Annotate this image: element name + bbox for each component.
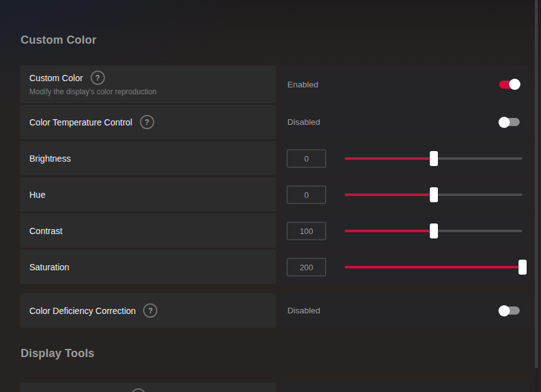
color-temperature-label: Color Temperature Control [29, 117, 132, 127]
color-temperature-state: Disabled [287, 117, 320, 127]
row-saturation-label-cell: Saturation [20, 250, 276, 284]
contrast-input[interactable] [287, 222, 326, 240]
row-contrast-control-cell [279, 213, 529, 248]
slider-thumb[interactable] [519, 260, 527, 275]
slider-thumb[interactable] [430, 187, 438, 202]
saturation-label: Saturation [29, 262, 69, 272]
toggle-knob [499, 117, 510, 128]
section-title-display-tools: Display Tools [21, 347, 94, 360]
hue-slider[interactable] [345, 194, 522, 196]
custom-color-label: Custom Color [29, 73, 83, 83]
scrollbar-thumb[interactable] [535, 0, 538, 368]
color-temperature-toggle[interactable] [499, 118, 520, 126]
color-deficiency-state: Disabled [287, 306, 320, 315]
row-color-deficiency-control-cell: Disabled [279, 293, 529, 328]
help-icon[interactable]: ? [131, 388, 146, 392]
brightness-input[interactable] [287, 149, 326, 167]
row-contrast-label-cell: Contrast [20, 213, 276, 248]
row-brightness-label-cell: Brightness [20, 141, 276, 175]
row-hue-control-cell [279, 177, 529, 212]
scrollbar-track[interactable] [535, 0, 538, 392]
slider-fill [345, 266, 522, 268]
custom-color-subtitle: Modify the display's color reproduction [20, 87, 157, 96]
row-brightness-control-cell [279, 141, 529, 175]
slider-fill [345, 157, 434, 160]
row-virtual-super-resolution-label-cell: Virtual Super Resolution ? [20, 383, 276, 392]
help-icon[interactable]: ? [91, 71, 105, 85]
brightness-slider[interactable] [345, 157, 522, 160]
row-custom-color-label-cell: Custom Color ? Modify the display's colo… [20, 66, 276, 103]
slider-thumb[interactable] [430, 223, 438, 238]
row-custom-color-control-cell: Enabled [279, 66, 529, 103]
toggle-knob [509, 79, 520, 90]
slider-thumb[interactable] [430, 151, 438, 166]
toggle-knob [499, 305, 510, 316]
color-deficiency-label: Color Deficiency Correction [29, 306, 136, 316]
section-title-custom-color: Custom Color [21, 34, 96, 47]
hue-label: Hue [29, 190, 46, 200]
contrast-slider[interactable] [345, 230, 522, 232]
custom-color-toggle[interactable] [499, 81, 520, 89]
contrast-label: Contrast [29, 226, 62, 236]
display-settings-page: Custom Color Custom Color ? Modify the d… [0, 0, 541, 392]
row-color-deficiency-label-cell: Color Deficiency Correction ? [20, 293, 276, 328]
row-hue-label-cell: Hue [20, 177, 276, 212]
row-saturation-control-cell [279, 250, 529, 284]
slider-fill [345, 194, 434, 196]
row-color-temperature-control-cell: Disabled [279, 105, 529, 139]
row-virtual-super-resolution-control-cell [279, 383, 529, 392]
help-icon[interactable]: ? [140, 115, 154, 129]
row-color-temperature-label-cell: Color Temperature Control ? [20, 105, 276, 139]
saturation-slider[interactable] [345, 266, 522, 268]
help-icon[interactable]: ? [143, 303, 157, 318]
slider-fill [345, 230, 434, 232]
brightness-label: Brightness [29, 154, 71, 164]
saturation-input[interactable] [287, 258, 326, 276]
color-deficiency-toggle[interactable] [499, 306, 520, 315]
custom-color-state: Enabled [287, 80, 319, 89]
hue-input[interactable] [287, 185, 326, 203]
